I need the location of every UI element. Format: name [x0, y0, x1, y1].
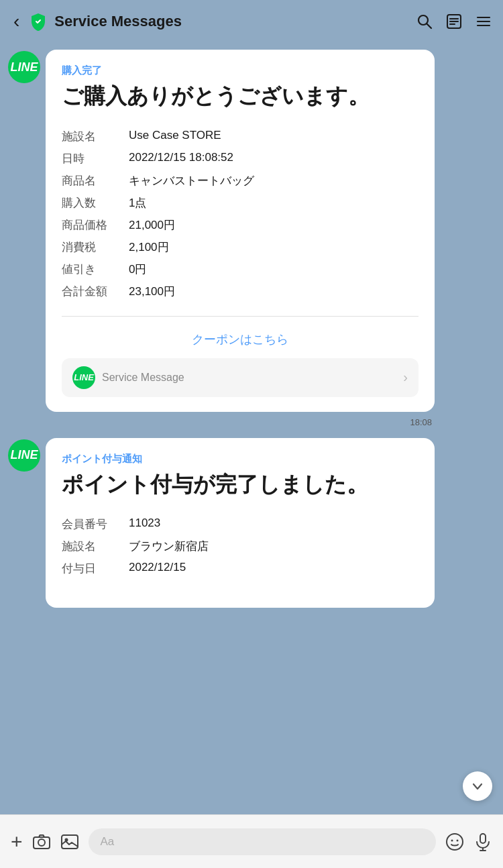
note-icon[interactable] [445, 13, 463, 30]
service-message-bar[interactable]: LINE Service Message › [62, 358, 418, 397]
point-info-table: 会員番号 11023 施設名 ブラウン新宿店 付与日 2022/12/15 [62, 513, 418, 580]
coupon-link[interactable]: クーポンはこちら [62, 326, 418, 350]
field-label: 消費税 [62, 236, 122, 258]
header-icons [416, 13, 492, 30]
message-group-2: LINE ポイント付与通知 ポイント付与が完了しました。 会員番号 11023 … [8, 438, 495, 608]
field-value: 23,100円 [122, 280, 418, 303]
chevron-right-icon: › [403, 370, 408, 385]
divider [62, 316, 418, 317]
purchase-tag: 購入完了 [62, 64, 418, 77]
header-title: Service Messages [54, 13, 409, 30]
message-input[interactable]: Aa [89, 828, 436, 855]
svg-point-12 [64, 838, 68, 841]
camera-button[interactable] [32, 832, 51, 851]
point-title: ポイント付与が完了しました。 [62, 471, 418, 499]
table-row: 施設名 Use Case STORE [62, 125, 418, 148]
field-label: 合計金額 [62, 280, 122, 303]
table-row: 日時 2022/12/15 18:08:52 [62, 148, 418, 170]
field-value: 2022/12/15 [122, 557, 418, 580]
service-bar-icon-text: LINE [74, 372, 94, 382]
field-label: 商品価格 [62, 214, 122, 236]
service-bar-wrapper: LINE Service Message › [62, 358, 418, 397]
field-label: 会員番号 [62, 513, 122, 535]
table-row: 商品名 キャンバストートバッグ [62, 170, 418, 192]
field-value: 1点 [122, 192, 418, 214]
service-bar-icon: LINE [72, 366, 95, 389]
back-button[interactable]: ‹ [11, 8, 22, 35]
point-tag: ポイント付与通知 [62, 453, 418, 466]
search-icon[interactable] [416, 13, 433, 30]
field-label: 施設名 [62, 125, 122, 148]
field-value: 21,000円 [122, 214, 418, 236]
scroll-to-bottom-button[interactable] [463, 771, 492, 801]
avatar-text-1: LINE [10, 60, 38, 74]
menu-icon[interactable] [475, 13, 492, 30]
table-row: 購入数 1点 [62, 192, 418, 214]
svg-point-14 [451, 839, 453, 841]
message-timestamp-1: 18:08 [46, 417, 435, 427]
field-value: 0円 [122, 258, 418, 280]
field-value: 2022/12/15 18:08:52 [122, 148, 418, 170]
bottom-bar: + Aa [0, 814, 503, 868]
svg-point-13 [447, 834, 463, 850]
svg-line-1 [427, 24, 432, 29]
svg-rect-16 [480, 834, 486, 843]
table-row: 会員番号 11023 [62, 513, 418, 535]
avatar-text-2: LINE [10, 448, 38, 462]
field-label: 施設名 [62, 535, 122, 557]
chat-area: LINE 購入完了 ご購入ありがとうございます。 施設名 Use Case ST… [0, 43, 503, 618]
message-group-1: LINE 購入完了 ご購入ありがとうございます。 施設名 Use Case ST… [8, 50, 495, 427]
table-row: 商品価格 21,000円 [62, 214, 418, 236]
emoji-button[interactable] [445, 832, 464, 851]
input-placeholder: Aa [101, 835, 115, 848]
field-value: Use Case STORE [122, 125, 418, 148]
image-button[interactable] [60, 832, 79, 851]
card-bubble-1: 購入完了 ご購入ありがとうございます。 施設名 Use Case STORE 日… [46, 50, 435, 412]
purchase-title: ご購入ありがとうございます。 [62, 83, 418, 111]
bubble-col-1: 購入完了 ご購入ありがとうございます。 施設名 Use Case STORE 日… [46, 50, 435, 427]
avatar-1: LINE [8, 51, 40, 83]
table-row: 付与日 2022/12/15 [62, 557, 418, 580]
chevron-down-icon [470, 779, 485, 794]
bubble-col-2: ポイント付与通知 ポイント付与が完了しました。 会員番号 11023 施設名 ブ… [46, 438, 435, 608]
mic-button[interactable] [473, 832, 492, 851]
field-label: 購入数 [62, 192, 122, 214]
table-row: 合計金額 23,100円 [62, 280, 418, 303]
svg-point-10 [38, 839, 45, 846]
field-value: ブラウン新宿店 [122, 535, 418, 557]
field-value: 2,100円 [122, 236, 418, 258]
field-value: キャンバストートバッグ [122, 170, 418, 192]
field-label: 商品名 [62, 170, 122, 192]
table-row: 消費税 2,100円 [62, 236, 418, 258]
field-label: 付与日 [62, 557, 122, 580]
service-bar-label: Service Message [102, 372, 396, 384]
avatar-2: LINE [8, 439, 40, 472]
svg-point-15 [457, 839, 459, 841]
header: ‹ Service Messages [0, 0, 503, 43]
table-row: 施設名 ブラウン新宿店 [62, 535, 418, 557]
field-label: 日時 [62, 148, 122, 170]
card-bubble-2: ポイント付与通知 ポイント付与が完了しました。 会員番号 11023 施設名 ブ… [46, 438, 435, 608]
shield-icon [29, 12, 48, 31]
purchase-info-table: 施設名 Use Case STORE 日時 2022/12/15 18:08:5… [62, 125, 418, 303]
field-value: 11023 [122, 513, 418, 535]
table-row: 値引き 0円 [62, 258, 418, 280]
plus-button[interactable]: + [11, 830, 23, 853]
field-label: 値引き [62, 258, 122, 280]
